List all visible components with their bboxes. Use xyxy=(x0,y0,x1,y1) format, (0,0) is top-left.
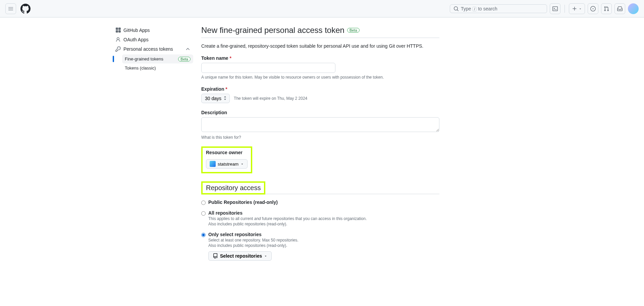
settings-sidebar: GitHub Apps OAuth Apps Personal access t… xyxy=(113,26,193,267)
header-right: Type / to search xyxy=(450,3,639,14)
chevron-up-icon xyxy=(185,46,191,52)
repo-icon xyxy=(213,253,218,259)
radio-select-label: Only select repositories xyxy=(208,232,262,237)
triangle-down-icon xyxy=(579,7,582,10)
terminal-icon xyxy=(552,6,558,11)
sidebar-sub-classic[interactable]: Tokens (classic) xyxy=(122,63,193,73)
command-palette-button[interactable] xyxy=(550,3,560,14)
issues-button[interactable] xyxy=(588,3,598,14)
title-divider xyxy=(201,38,439,38)
expiration-label: Expiration * xyxy=(201,86,227,92)
token-name-label: Token name * xyxy=(201,55,231,61)
sidebar-item-label: Personal access tokens xyxy=(123,46,173,52)
radio-all-label: All repositories xyxy=(208,210,243,216)
resource-owner-highlight: Resource owner statstream xyxy=(201,146,252,173)
resource-owner-section: Resource owner statstream xyxy=(201,146,439,173)
notifications-button[interactable] xyxy=(614,3,625,14)
search-box[interactable]: Type / to search xyxy=(450,4,547,13)
search-icon xyxy=(453,6,459,11)
sidebar-sub-label: Fine-grained tokens xyxy=(125,56,163,61)
expiration-select[interactable]: 30 days xyxy=(201,94,230,103)
radio-select-desc2: Also includes public repositories (read-… xyxy=(208,243,439,248)
sidebar-sub-label: Tokens (classic) xyxy=(125,65,156,71)
search-placeholder: Type / to search xyxy=(461,6,497,11)
token-name-help: A unique name for this token. May be vis… xyxy=(201,75,439,80)
person-icon xyxy=(115,37,121,42)
apps-icon xyxy=(115,28,121,33)
header-divider xyxy=(565,5,565,13)
resource-owner-button[interactable]: statstream xyxy=(206,159,248,169)
pull-requests-button[interactable] xyxy=(601,3,612,14)
select-repositories-button[interactable]: Select repositories xyxy=(208,251,272,261)
sidebar-sub-fine-grained[interactable]: Fine-grained tokens Beta xyxy=(122,54,193,63)
sidebar-item-pat[interactable]: Personal access tokens xyxy=(113,44,193,54)
sidebar-item-github-apps[interactable]: GitHub Apps xyxy=(113,26,193,35)
github-logo[interactable] xyxy=(20,3,31,14)
repo-access-heading: Repository access xyxy=(201,181,265,194)
radio-select-repos: Only select repositories Select at least… xyxy=(201,232,439,261)
expiration-note: The token will expire on Thu, May 2 2024 xyxy=(234,96,307,101)
radio-all-desc: This applies to all current and future r… xyxy=(208,216,439,221)
radio-public-input[interactable] xyxy=(201,201,206,205)
radio-public-repos: Public Repositories (read-only) xyxy=(201,200,439,205)
title-beta-badge: Beta xyxy=(347,28,360,33)
select-repo-label: Select repositories xyxy=(220,253,262,259)
radio-all-desc2: Also includes public repositories (read-… xyxy=(208,222,439,226)
header-left xyxy=(5,3,31,14)
resource-owner-avatar xyxy=(210,161,216,167)
sidebar-item-label: GitHub Apps xyxy=(123,28,150,33)
radio-all-input[interactable] xyxy=(201,211,206,216)
github-icon xyxy=(20,4,31,14)
radio-select-input[interactable] xyxy=(201,233,206,237)
resource-owner-label: Resource owner xyxy=(206,150,243,155)
hamburger-menu-button[interactable] xyxy=(5,3,16,14)
repository-access-section: Repository access Public Repositories (r… xyxy=(201,181,439,261)
main-content: New fine-grained personal access token B… xyxy=(201,26,439,267)
triangle-down-icon xyxy=(240,162,244,166)
key-icon xyxy=(115,46,121,52)
description-label: Description xyxy=(201,110,227,115)
triangle-down-icon xyxy=(264,254,267,258)
radio-all-repos: All repositories This applies to all cur… xyxy=(201,210,439,226)
select-arrows-icon xyxy=(223,96,227,100)
expiration-value: 30 days xyxy=(205,96,221,101)
page-title: New fine-grained personal access token B… xyxy=(201,26,439,38)
description-section: Description What is this token for? xyxy=(201,110,439,140)
sidebar-item-label: OAuth Apps xyxy=(123,37,149,42)
page-intro: Create a fine-grained, repository-scoped… xyxy=(201,43,439,49)
token-name-input[interactable] xyxy=(201,63,335,73)
inbox-icon xyxy=(617,6,623,11)
sidebar-item-oauth-apps[interactable]: OAuth Apps xyxy=(113,35,193,44)
beta-badge: Beta xyxy=(178,57,191,61)
create-new-button[interactable] xyxy=(569,3,585,14)
radio-select-desc: Select at least one repository. Max 50 r… xyxy=(208,238,439,243)
description-help: What is this token for? xyxy=(201,135,439,140)
page-title-text: New fine-grained personal access token xyxy=(201,26,344,35)
hamburger-icon xyxy=(8,6,13,11)
radio-public-label: Public Repositories (read-only) xyxy=(208,200,278,205)
expiration-section: Expiration * 30 days The token will expi… xyxy=(201,86,439,103)
user-avatar[interactable] xyxy=(628,3,639,14)
issues-icon xyxy=(590,6,596,11)
global-header: Type / to search xyxy=(0,0,644,17)
resource-owner-value: statstream xyxy=(218,162,238,167)
pull-request-icon xyxy=(604,6,609,11)
token-name-section: Token name * A unique name for this toke… xyxy=(201,55,439,80)
description-textarea[interactable] xyxy=(201,117,439,132)
plus-icon xyxy=(572,6,577,11)
